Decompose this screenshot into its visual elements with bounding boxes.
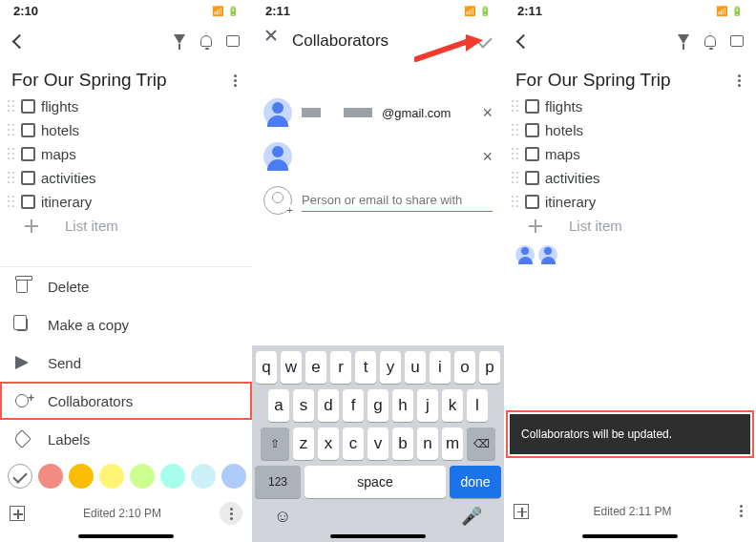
status-icons: 📶🔋	[716, 6, 743, 16]
color-swatch[interactable]	[99, 464, 124, 489]
add-list-item[interactable]: List item	[510, 214, 750, 238]
checklist-item[interactable]: itinerary	[510, 190, 750, 214]
checklist-item[interactable]: activities	[510, 166, 750, 190]
redacted-email	[344, 108, 372, 117]
note-footer: Edited 2:11 PM	[504, 491, 756, 527]
checklist-item[interactable]: flights	[6, 94, 246, 118]
checklist-item[interactable]: activities	[6, 166, 246, 190]
overflow-icon[interactable]	[230, 71, 241, 91]
panel-note-with-toast: 2:11 📶🔋 For Our Spring Trip flights hote…	[504, 0, 756, 542]
letter-key[interactable]: n	[417, 427, 438, 460]
color-palette	[0, 458, 252, 492]
letter-key[interactable]: e	[305, 351, 326, 384]
note-title-row: For Our Spring Trip	[504, 62, 756, 94]
archive-icon[interactable]	[725, 30, 748, 52]
note-footer: Edited 2:10 PM	[0, 492, 252, 531]
add-collaborator-row	[252, 178, 504, 222]
checklist: flights hotels maps activities itinerary…	[504, 94, 756, 238]
checklist-item[interactable]: maps	[6, 142, 246, 166]
backspace-key[interactable]: ⌫	[467, 427, 495, 460]
overflow-icon[interactable]	[736, 501, 746, 521]
overflow-icon[interactable]	[220, 502, 242, 525]
status-icons: 📶🔋	[212, 6, 239, 16]
on-screen-keyboard: qwertyuiop asdfghjkl ⇧ zxcvbnm ⌫ 123 spa…	[252, 345, 504, 542]
letter-key[interactable]: y	[380, 351, 401, 384]
done-key[interactable]: done	[450, 466, 501, 498]
letter-key[interactable]: m	[442, 427, 463, 460]
letter-key[interactable]: z	[293, 427, 314, 460]
letter-key[interactable]: b	[392, 427, 413, 460]
color-swatch[interactable]	[221, 464, 246, 489]
sheet-delete[interactable]: Delete	[0, 267, 252, 305]
reminder-icon[interactable]	[699, 30, 722, 52]
letter-key[interactable]: c	[343, 427, 364, 460]
letter-key[interactable]: v	[368, 427, 388, 460]
letter-key[interactable]: k	[442, 389, 463, 422]
app-bar: Collaborators	[252, 20, 504, 62]
letter-key[interactable]: p	[479, 351, 500, 384]
letter-key[interactable]: d	[318, 389, 339, 422]
letter-key[interactable]: h	[392, 389, 413, 422]
note-title[interactable]: For Our Spring Trip	[515, 70, 671, 91]
shift-key[interactable]: ⇧	[261, 427, 289, 460]
letter-key[interactable]: a	[268, 389, 289, 422]
status-time: 2:11	[265, 4, 290, 18]
letter-key[interactable]: s	[293, 389, 314, 422]
reminder-icon[interactable]	[195, 30, 218, 52]
letter-key[interactable]: i	[430, 351, 451, 384]
letter-key[interactable]: j	[417, 389, 438, 422]
color-swatch[interactable]	[38, 464, 63, 489]
mic-key[interactable]: 🎤	[461, 506, 482, 527]
letter-key[interactable]: l	[467, 389, 488, 422]
bottom-sheet: Delete Make a copy Send Collaborators La…	[0, 266, 252, 542]
emoji-key[interactable]: ☺	[274, 507, 291, 527]
color-swatch[interactable]	[69, 464, 94, 489]
letter-key[interactable]: f	[343, 389, 364, 422]
letter-key[interactable]: q	[256, 351, 277, 384]
checklist-item[interactable]: itinerary	[6, 190, 246, 214]
add-box-icon[interactable]	[514, 504, 529, 519]
letter-key[interactable]: u	[405, 351, 426, 384]
sheet-labels[interactable]: Labels	[0, 420, 252, 458]
sheet-send[interactable]: Send	[0, 344, 252, 382]
pin-icon[interactable]	[168, 30, 191, 52]
add-box-icon[interactable]	[10, 506, 25, 521]
collaborator-avatar-icon[interactable]	[538, 245, 557, 264]
color-swatch[interactable]	[160, 464, 185, 489]
toast-highlight: Collaborators will be updated.	[508, 412, 752, 456]
collaborator-row: ×	[252, 135, 504, 178]
checklist-item[interactable]: flights	[510, 94, 750, 118]
label-icon	[13, 430, 31, 448]
remove-collaborator-icon[interactable]: ×	[482, 147, 493, 167]
sheet-copy[interactable]: Make a copy	[0, 305, 252, 344]
space-key[interactable]: space	[304, 466, 446, 498]
confirm-icon[interactable]	[473, 30, 496, 52]
checklist-item[interactable]: hotels	[6, 118, 246, 142]
letter-key[interactable]: r	[330, 351, 351, 384]
checklist-item[interactable]: maps	[510, 142, 750, 166]
color-swatch[interactable]	[130, 464, 155, 489]
color-swatch[interactable]	[8, 464, 32, 489]
sheet-collaborators[interactable]: Collaborators	[0, 382, 252, 420]
app-bar	[504, 20, 756, 62]
home-indicator	[582, 534, 678, 538]
archive-icon[interactable]	[221, 30, 244, 52]
numeric-key[interactable]: 123	[255, 466, 301, 498]
overflow-icon[interactable]	[734, 71, 745, 91]
back-icon[interactable]	[8, 30, 31, 52]
back-icon[interactable]	[512, 30, 535, 52]
letter-key[interactable]: g	[368, 389, 388, 422]
checklist-item[interactable]: hotels	[510, 118, 750, 142]
share-input[interactable]	[302, 189, 493, 212]
letter-key[interactable]: o	[454, 351, 475, 384]
letter-key[interactable]: w	[281, 351, 302, 384]
remove-collaborator-icon[interactable]: ×	[482, 103, 493, 123]
collaborator-avatar-icon[interactable]	[515, 245, 535, 264]
letter-key[interactable]: x	[318, 427, 339, 460]
close-icon[interactable]	[260, 30, 283, 52]
note-title[interactable]: For Our Spring Trip	[11, 70, 167, 91]
pin-icon[interactable]	[672, 30, 695, 52]
add-list-item[interactable]: List item	[6, 214, 246, 238]
letter-key[interactable]: t	[355, 351, 376, 384]
color-swatch[interactable]	[191, 464, 216, 489]
